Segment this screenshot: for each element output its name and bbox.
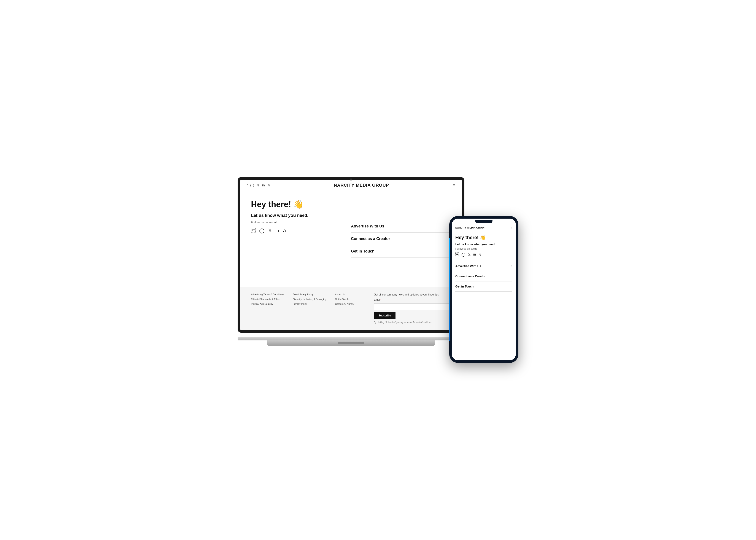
laptop-logo: NARCITY MEDIA GROUP [334,183,389,188]
nav-instagram-icon[interactable]: ◯ [250,183,254,187]
hero-linkedin-icon[interactable]: in [275,228,279,233]
hero-left-panel: Hey there! 👋 Let us know what you need. … [251,200,351,278]
phone-touch-link[interactable]: Get in Touch › [455,281,512,292]
phone-body: NARCITY MEDIA GROUP ≡ Hey there! 👋 Let u… [449,216,518,363]
laptop-base [267,340,435,345]
phone-hero-subtitle: Let us know what you need. [455,243,512,246]
advertise-with-us-link[interactable]: Advertise With Us [351,220,451,233]
footer-get-in-touch-link[interactable]: Get In Touch [335,298,365,301]
phone-nav: NARCITY MEDIA GROUP ≡ [452,224,516,231]
hero-twitter-icon[interactable]: 𝕏 [268,228,272,233]
connect-as-creator-link[interactable]: Connect as a Creator [351,233,451,245]
laptop-device: f ◯ 𝕏 in ♫ NARCITY MEDIA GROUP ≡ Hey the… [238,177,464,345]
nav-facebook-icon[interactable]: f [247,184,248,187]
phone-touch-chevron: › [511,285,512,288]
email-input[interactable] [374,304,451,310]
footer-privacy-link[interactable]: Privacy Policy [293,303,326,305]
phone-menu-button[interactable]: ≡ [511,226,512,229]
phone-follow-label: Follow us on social [455,247,512,250]
phone-creator-chevron: › [511,274,512,278]
phone-notch [475,220,492,223]
footer-about-link[interactable]: About Us [335,293,365,296]
scene: f ◯ 𝕏 in ♫ NARCITY MEDIA GROUP ≡ Hey the… [238,177,518,363]
laptop-nav-social: f ◯ 𝕏 in ♫ [247,183,270,187]
footer-editorial-standards-link[interactable]: Editorial Standards & Ethics [251,298,284,301]
laptop-nav: f ◯ 𝕏 in ♫ NARCITY MEDIA GROUP ≡ [240,180,462,191]
footer-col-2: Brand Safety Policy Diversity, Inclusion… [293,293,326,324]
laptop-hero-section: Hey there! 👋 Let us know what you need. … [240,191,462,287]
hero-instagram-icon[interactable]: ◯ [259,228,265,233]
email-label: Email* [374,298,451,301]
phone-advertise-chevron: › [511,264,512,268]
phone-accent-bar [449,238,450,341]
phone-content: Hey there! 👋 Let us know what you need. … [452,231,516,360]
phone-facebook-icon[interactable]:  [455,252,459,257]
phone-twitter-icon[interactable]: 𝕏 [468,252,471,257]
phone-screen: NARCITY MEDIA GROUP ≡ Hey there! 👋 Let u… [452,218,516,360]
phone-hero-title: Hey there! 👋 [455,235,512,240]
footer-diversity-link[interactable]: Diversity, Inclusion, & Belonging [293,298,326,301]
laptop-webcam [350,179,352,181]
phone-tiktok-icon[interactable]: ♫ [478,252,481,257]
laptop-body: f ◯ 𝕏 in ♫ NARCITY MEDIA GROUP ≡ Hey the… [238,177,464,333]
footer-brand-safety-link[interactable]: Brand Safety Policy [293,293,326,296]
laptop-screen: f ◯ 𝕏 in ♫ NARCITY MEDIA GROUP ≡ Hey the… [240,180,462,330]
phone-creator-link[interactable]: Connect as a Creator › [455,271,512,281]
phone-notch-area [452,218,516,224]
laptop-hinge [238,337,464,340]
hero-facebook-icon[interactable]:  [251,228,256,233]
nav-twitter-icon[interactable]: 𝕏 [257,183,259,187]
phone-logo: NARCITY MEDIA GROUP [455,226,486,229]
hero-subtitle: Let us know what you need. [251,213,342,218]
footer-political-ads-link[interactable]: Political Ads Registry [251,303,284,305]
footer-disclaimer: By clicking "Subscribe" you agree to our… [374,321,451,324]
laptop-footer: Advertising Terms & Conditions Editorial… [240,287,462,330]
subscribe-button[interactable]: Subscribe [374,312,396,319]
phone-linkedin-icon[interactable]: in [473,252,476,257]
email-required-star: * [380,298,381,301]
phone-social-icons:  ◯ 𝕏 in ♫ [455,252,512,257]
get-in-touch-link[interactable]: Get in Touch [351,245,451,258]
newsletter-description: Get all our company news and updates at … [374,293,451,296]
phone-device: NARCITY MEDIA GROUP ≡ Hey there! 👋 Let u… [449,216,518,363]
hero-follow-label: Follow us on social [251,220,342,224]
footer-careers-link[interactable]: Careers At Narcity [335,303,365,305]
footer-advertising-terms-link[interactable]: Advertising Terms & Conditions [251,293,284,296]
phone-advertise-link[interactable]: Advertise With Us › [455,261,512,271]
laptop-main-content: Hey there! 👋 Let us know what you need. … [240,191,462,330]
footer-newsletter: Get all our company news and updates at … [374,293,451,324]
hero-social-icons:  ◯ 𝕏 in ♫ [251,228,342,233]
phone-creator-label: Connect as a Creator [455,275,486,278]
nav-tiktok-icon[interactable]: ♫ [267,184,270,187]
laptop-menu-button[interactable]: ≡ [453,183,455,188]
nav-linkedin-icon[interactable]: in [262,184,265,187]
phone-instagram-icon[interactable]: ◯ [461,252,465,257]
footer-col-3: About Us Get In Touch Careers At Narcity [335,293,365,324]
phone-touch-label: Get in Touch [455,285,474,288]
hero-right-panel: Advertise With Us Connect as a Creator G… [351,200,451,278]
hero-tiktok-icon[interactable]: ♫ [283,228,286,233]
phone-advertise-label: Advertise With Us [455,264,481,268]
hero-title: Hey there! 👋 [251,200,342,209]
footer-col-1: Advertising Terms & Conditions Editorial… [251,293,284,324]
